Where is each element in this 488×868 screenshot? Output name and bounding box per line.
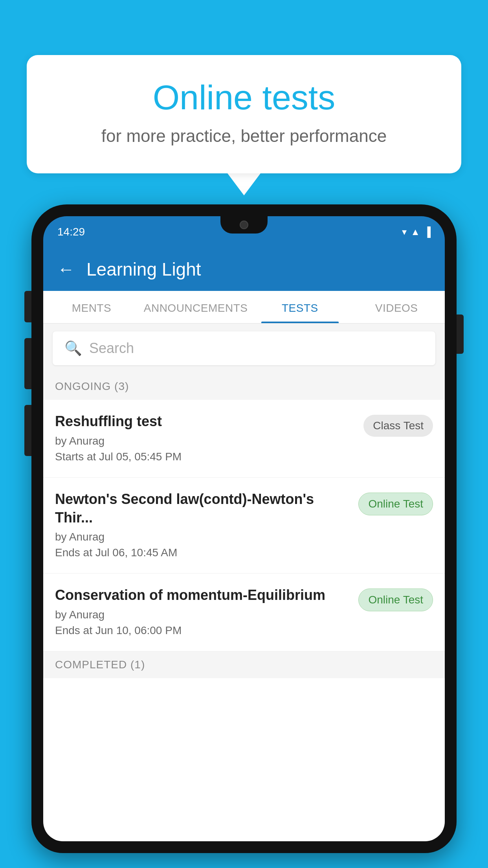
speech-bubble-container: Online tests for more practice, better p… [27,55,461,195]
tab-videos[interactable]: VIDEOS [348,291,445,323]
test-author-3: by Anurag [55,609,350,621]
tabs-container: MENTS ANNOUNCEMENTS TESTS VIDEOS [43,291,445,324]
status-time: 14:29 [57,226,85,238]
app-header: ← Learning Light [43,248,445,291]
signal-icon: ▲ [411,226,420,237]
search-icon: 🔍 [64,340,82,357]
tab-announcements[interactable]: ANNOUNCEMENTS [140,291,252,323]
phone-notch [220,216,268,234]
phone-frame: 14:29 ▾ ▲ ▐ ← Learning Light MENTS ANNOU… [31,204,457,853]
search-placeholder: Search [89,340,134,357]
test-title-2: Newton's Second law(contd)-Newton's Thir… [55,490,350,527]
test-info-2: Newton's Second law(contd)-Newton's Thir… [55,490,358,559]
phone-screen: ← Learning Light MENTS ANNOUNCEMENTS TES… [43,248,445,841]
front-camera [240,221,248,229]
test-author-2: by Anurag [55,531,350,543]
tab-ments[interactable]: MENTS [43,291,140,323]
volume-up-button [24,291,31,322]
test-item-3[interactable]: Conservation of momentum-Equilibrium by … [43,574,445,651]
test-author-1: by Anurag [55,435,356,447]
phone-container: 14:29 ▾ ▲ ▐ ← Learning Light MENTS ANNOU… [31,204,457,868]
test-item-2[interactable]: Newton's Second law(contd)-Newton's Thir… [43,478,445,574]
status-icons: ▾ ▲ ▐ [402,226,431,237]
test-date-2: Ends at Jul 06, 10:45 AM [55,546,350,559]
silent-button [24,405,31,456]
test-title-1: Reshuffling test [55,412,356,431]
wifi-icon: ▾ [402,226,407,237]
ongoing-section-header: ONGOING (3) [43,373,445,400]
completed-section-header: COMPLETED (1) [43,651,445,678]
back-button[interactable]: ← [57,259,75,279]
test-date-1: Starts at Jul 05, 05:45 PM [55,451,356,463]
test-title-3: Conservation of momentum-Equilibrium [55,586,350,605]
app-header-title: Learning Light [86,259,201,280]
test-badge-2: Online Test [358,493,433,515]
search-container: 🔍 Search [43,324,445,373]
speech-bubble: Online tests for more practice, better p… [27,55,461,173]
power-button [457,314,464,354]
speech-bubble-subtitle: for more practice, better performance [58,126,430,146]
test-badge-1: Class Test [363,415,433,437]
test-info-3: Conservation of momentum-Equilibrium by … [55,586,358,637]
volume-down-button [24,338,31,389]
battery-icon: ▐ [424,226,431,237]
speech-bubble-arrow [227,173,261,195]
test-info-1: Reshuffling test by Anurag Starts at Jul… [55,412,363,463]
tab-tests[interactable]: TESTS [251,291,348,323]
test-date-3: Ends at Jun 10, 06:00 PM [55,624,350,637]
test-badge-3: Online Test [358,588,433,611]
status-bar: 14:29 ▾ ▲ ▐ [43,216,445,248]
speech-bubble-title: Online tests [58,79,430,117]
test-item-1[interactable]: Reshuffling test by Anurag Starts at Jul… [43,400,445,478]
search-bar[interactable]: 🔍 Search [53,331,435,365]
